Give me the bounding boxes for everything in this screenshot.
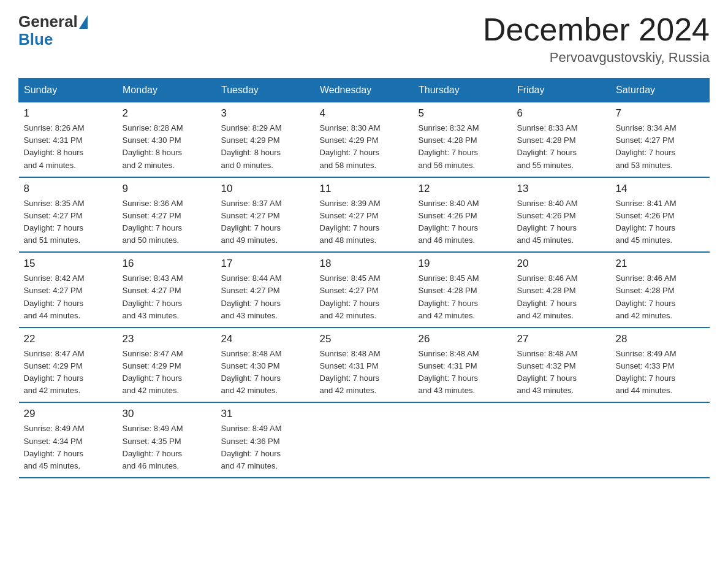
day-info: Sunrise: 8:33 AMSunset: 4:28 PMDaylight:… xyxy=(517,122,606,172)
calendar-table: Sunday Monday Tuesday Wednesday Thursday… xyxy=(18,78,710,478)
table-row: 7 Sunrise: 8:34 AMSunset: 4:27 PMDayligh… xyxy=(611,102,710,177)
header-saturday: Saturday xyxy=(611,79,710,102)
day-info: Sunrise: 8:43 AMSunset: 4:27 PMDaylight:… xyxy=(123,272,211,322)
day-info: Sunrise: 8:37 AMSunset: 4:27 PMDaylight:… xyxy=(221,197,310,247)
header-tuesday: Tuesday xyxy=(216,79,315,102)
day-info: Sunrise: 8:45 AMSunset: 4:27 PMDaylight:… xyxy=(320,272,409,322)
day-number: 9 xyxy=(123,183,211,195)
day-info: Sunrise: 8:29 AMSunset: 4:29 PMDaylight:… xyxy=(221,122,310,172)
day-number: 20 xyxy=(517,258,606,270)
day-number: 22 xyxy=(24,333,113,345)
day-info: Sunrise: 8:41 AMSunset: 4:26 PMDaylight:… xyxy=(616,197,705,247)
day-info: Sunrise: 8:47 AMSunset: 4:29 PMDaylight:… xyxy=(24,348,113,397)
day-number: 18 xyxy=(320,258,409,270)
table-row xyxy=(512,402,611,478)
day-info: Sunrise: 8:46 AMSunset: 4:28 PMDaylight:… xyxy=(616,272,705,322)
calendar-week-row: 1 Sunrise: 8:26 AMSunset: 4:31 PMDayligh… xyxy=(19,102,710,177)
logo-general-text: General xyxy=(18,12,78,31)
day-number: 10 xyxy=(221,183,310,195)
table-row: 26 Sunrise: 8:48 AMSunset: 4:31 PMDaylig… xyxy=(414,327,512,403)
table-row: 1 Sunrise: 8:26 AMSunset: 4:31 PMDayligh… xyxy=(19,102,118,177)
table-row: 15 Sunrise: 8:42 AMSunset: 4:27 PMDaylig… xyxy=(19,252,118,327)
day-info: Sunrise: 8:45 AMSunset: 4:28 PMDaylight:… xyxy=(419,272,507,322)
day-number: 3 xyxy=(221,107,310,120)
table-row: 11 Sunrise: 8:39 AMSunset: 4:27 PMDaylig… xyxy=(315,177,414,253)
table-row: 16 Sunrise: 8:43 AMSunset: 4:27 PMDaylig… xyxy=(118,252,216,327)
table-row: 6 Sunrise: 8:33 AMSunset: 4:28 PMDayligh… xyxy=(512,102,611,177)
table-row: 17 Sunrise: 8:44 AMSunset: 4:27 PMDaylig… xyxy=(216,252,315,327)
day-number: 21 xyxy=(616,258,705,270)
logo-triangle-icon xyxy=(79,15,88,29)
table-row: 19 Sunrise: 8:45 AMSunset: 4:28 PMDaylig… xyxy=(414,252,512,327)
day-number: 15 xyxy=(24,258,113,270)
calendar-week-row: 29 Sunrise: 8:49 AMSunset: 4:34 PMDaylig… xyxy=(19,402,710,478)
title-section: December 2024 Pervoavgustovskiy, Russia xyxy=(483,12,710,66)
day-info: Sunrise: 8:39 AMSunset: 4:27 PMDaylight:… xyxy=(320,197,409,247)
day-info: Sunrise: 8:40 AMSunset: 4:26 PMDaylight:… xyxy=(419,197,507,247)
day-number: 31 xyxy=(221,408,310,420)
table-row: 9 Sunrise: 8:36 AMSunset: 4:27 PMDayligh… xyxy=(118,177,216,253)
calendar-header-row: Sunday Monday Tuesday Wednesday Thursday… xyxy=(19,79,710,102)
day-info: Sunrise: 8:34 AMSunset: 4:27 PMDaylight:… xyxy=(616,122,705,172)
day-number: 13 xyxy=(517,183,606,195)
table-row: 14 Sunrise: 8:41 AMSunset: 4:26 PMDaylig… xyxy=(611,177,710,253)
table-row: 4 Sunrise: 8:30 AMSunset: 4:29 PMDayligh… xyxy=(315,102,414,177)
day-number: 6 xyxy=(517,107,606,120)
day-number: 11 xyxy=(320,183,409,195)
calendar-week-row: 15 Sunrise: 8:42 AMSunset: 4:27 PMDaylig… xyxy=(19,252,710,327)
day-info: Sunrise: 8:46 AMSunset: 4:28 PMDaylight:… xyxy=(517,272,606,322)
day-number: 29 xyxy=(24,408,113,420)
table-row: 8 Sunrise: 8:35 AMSunset: 4:27 PMDayligh… xyxy=(19,177,118,253)
logo: General Blue xyxy=(18,12,89,49)
table-row: 23 Sunrise: 8:47 AMSunset: 4:29 PMDaylig… xyxy=(118,327,216,403)
day-number: 1 xyxy=(24,107,113,120)
day-info: Sunrise: 8:48 AMSunset: 4:31 PMDaylight:… xyxy=(419,348,507,397)
day-info: Sunrise: 8:40 AMSunset: 4:26 PMDaylight:… xyxy=(517,197,606,247)
day-info: Sunrise: 8:48 AMSunset: 4:30 PMDaylight:… xyxy=(221,348,310,397)
day-number: 19 xyxy=(419,258,507,270)
table-row: 25 Sunrise: 8:48 AMSunset: 4:31 PMDaylig… xyxy=(315,327,414,403)
calendar-week-row: 22 Sunrise: 8:47 AMSunset: 4:29 PMDaylig… xyxy=(19,327,710,403)
table-row: 18 Sunrise: 8:45 AMSunset: 4:27 PMDaylig… xyxy=(315,252,414,327)
table-row: 20 Sunrise: 8:46 AMSunset: 4:28 PMDaylig… xyxy=(512,252,611,327)
table-row: 2 Sunrise: 8:28 AMSunset: 4:30 PMDayligh… xyxy=(118,102,216,177)
table-row: 29 Sunrise: 8:49 AMSunset: 4:34 PMDaylig… xyxy=(19,402,118,478)
day-number: 23 xyxy=(123,333,211,345)
day-info: Sunrise: 8:42 AMSunset: 4:27 PMDaylight:… xyxy=(24,272,113,322)
day-number: 4 xyxy=(320,107,409,120)
day-number: 2 xyxy=(123,107,211,120)
day-info: Sunrise: 8:32 AMSunset: 4:28 PMDaylight:… xyxy=(419,122,507,172)
day-info: Sunrise: 8:36 AMSunset: 4:27 PMDaylight:… xyxy=(123,197,211,247)
day-number: 25 xyxy=(320,333,409,345)
day-info: Sunrise: 8:35 AMSunset: 4:27 PMDaylight:… xyxy=(24,197,113,247)
day-info: Sunrise: 8:48 AMSunset: 4:32 PMDaylight:… xyxy=(517,348,606,397)
day-number: 26 xyxy=(419,333,507,345)
table-row xyxy=(611,402,710,478)
table-row: 30 Sunrise: 8:49 AMSunset: 4:35 PMDaylig… xyxy=(118,402,216,478)
calendar-title: December 2024 xyxy=(483,12,710,47)
day-info: Sunrise: 8:28 AMSunset: 4:30 PMDaylight:… xyxy=(123,122,211,172)
day-info: Sunrise: 8:49 AMSunset: 4:33 PMDaylight:… xyxy=(616,348,705,397)
day-info: Sunrise: 8:26 AMSunset: 4:31 PMDaylight:… xyxy=(24,122,113,172)
day-number: 12 xyxy=(419,183,507,195)
table-row: 27 Sunrise: 8:48 AMSunset: 4:32 PMDaylig… xyxy=(512,327,611,403)
header-wednesday: Wednesday xyxy=(315,79,414,102)
table-row: 24 Sunrise: 8:48 AMSunset: 4:30 PMDaylig… xyxy=(216,327,315,403)
day-info: Sunrise: 8:48 AMSunset: 4:31 PMDaylight:… xyxy=(320,348,409,397)
header-friday: Friday xyxy=(512,79,611,102)
page-header: General Blue December 2024 Pervoavgustov… xyxy=(18,12,710,66)
day-number: 17 xyxy=(221,258,310,270)
day-info: Sunrise: 8:47 AMSunset: 4:29 PMDaylight:… xyxy=(123,348,211,397)
day-info: Sunrise: 8:44 AMSunset: 4:27 PMDaylight:… xyxy=(221,272,310,322)
table-row: 5 Sunrise: 8:32 AMSunset: 4:28 PMDayligh… xyxy=(414,102,512,177)
table-row xyxy=(315,402,414,478)
table-row: 13 Sunrise: 8:40 AMSunset: 4:26 PMDaylig… xyxy=(512,177,611,253)
day-number: 27 xyxy=(517,333,606,345)
day-info: Sunrise: 8:49 AMSunset: 4:34 PMDaylight:… xyxy=(24,423,113,472)
day-info: Sunrise: 8:49 AMSunset: 4:36 PMDaylight:… xyxy=(221,423,310,472)
day-number: 24 xyxy=(221,333,310,345)
table-row: 21 Sunrise: 8:46 AMSunset: 4:28 PMDaylig… xyxy=(611,252,710,327)
day-number: 30 xyxy=(123,408,211,420)
day-number: 7 xyxy=(616,107,705,120)
header-monday: Monday xyxy=(118,79,216,102)
